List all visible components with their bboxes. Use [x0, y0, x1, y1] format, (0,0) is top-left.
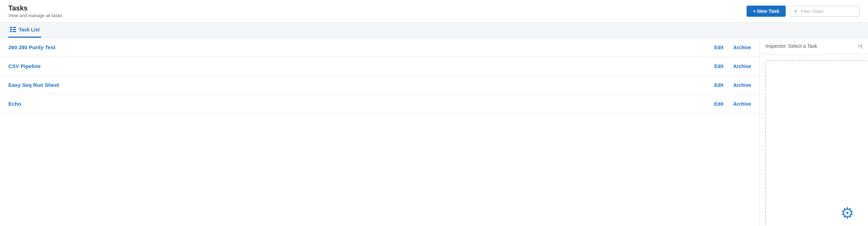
- tab-task-list[interactable]: Task List: [8, 23, 41, 38]
- filter-input[interactable]: [790, 6, 860, 17]
- task-archive-button[interactable]: Archive: [733, 82, 751, 88]
- task-row[interactable]: CSV Pipeline Edit Archive: [0, 57, 760, 76]
- inspector-body: ⚙: [760, 54, 868, 226]
- task-actions: Edit Archive: [714, 45, 751, 50]
- new-task-button[interactable]: + New Task: [747, 6, 786, 17]
- list-icon: [10, 27, 16, 32]
- task-actions: Edit Archive: [714, 82, 751, 88]
- header-left: Tasks View and manage all tasks: [8, 4, 62, 18]
- filter-input-wrap: ▼: [790, 6, 860, 17]
- task-archive-button[interactable]: Archive: [733, 45, 751, 50]
- task-edit-button[interactable]: Edit: [714, 45, 723, 50]
- task-actions: Edit Archive: [714, 63, 751, 69]
- task-edit-button[interactable]: Edit: [714, 82, 723, 88]
- header-right: + New Task ▼: [747, 6, 860, 17]
- svg-rect-0: [10, 27, 12, 28]
- task-list-panel: 260 280 Purity Test Edit Archive CSV Pip…: [0, 38, 760, 226]
- page-header: Tasks View and manage all tasks + New Ta…: [0, 0, 868, 23]
- task-name: Echo: [8, 101, 21, 107]
- page-title: Tasks: [8, 4, 62, 12]
- svg-rect-5: [13, 31, 16, 32]
- svg-rect-1: [10, 29, 12, 30]
- task-name: 260 280 Purity Test: [8, 44, 55, 50]
- task-name: Easy Seq Run Sheet: [8, 82, 59, 88]
- svg-rect-3: [13, 27, 16, 28]
- task-row[interactable]: Easy Seq Run Sheet Edit Archive: [0, 76, 760, 95]
- filter-icon: ▼: [793, 9, 798, 14]
- inspector-collapse-button[interactable]: >|: [858, 43, 863, 49]
- tab-bar: Task List: [0, 23, 868, 38]
- task-row[interactable]: Echo Edit Archive: [0, 95, 760, 113]
- task-row[interactable]: 260 280 Purity Test Edit Archive: [0, 38, 760, 57]
- task-edit-button[interactable]: Edit: [714, 63, 723, 69]
- task-archive-button[interactable]: Archive: [733, 101, 751, 107]
- task-archive-button[interactable]: Archive: [733, 63, 751, 69]
- svg-rect-4: [13, 29, 16, 30]
- page-subtitle: View and manage all tasks: [8, 13, 62, 18]
- task-actions: Edit Archive: [714, 101, 751, 107]
- inspector-title: Inspector: Select a Task: [765, 43, 817, 49]
- tab-task-list-label: Task List: [19, 27, 40, 32]
- main-layout: 260 280 Purity Test Edit Archive CSV Pip…: [0, 38, 868, 226]
- gear-icon: ⚙: [840, 204, 854, 222]
- inspector-placeholder: [765, 60, 868, 226]
- svg-rect-2: [10, 31, 12, 32]
- inspector-panel: Inspector: Select a Task >| ⚙: [760, 38, 868, 226]
- task-edit-button[interactable]: Edit: [714, 101, 723, 107]
- task-name: CSV Pipeline: [8, 63, 41, 69]
- inspector-header: Inspector: Select a Task >|: [760, 38, 868, 54]
